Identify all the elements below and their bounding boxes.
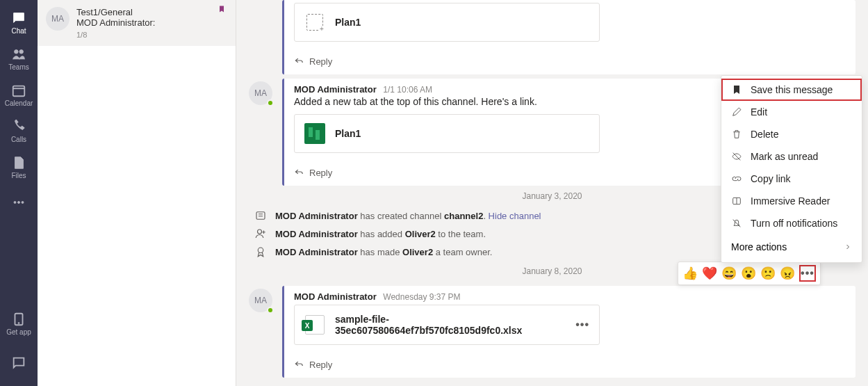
rail-chat[interactable]: Chat [0,4,38,40]
chevron-right-icon [844,243,852,251]
hide-channel-link[interactable]: Hide channel [489,211,541,221]
ellipsis-icon [11,195,26,210]
help-icon [11,355,26,371]
menu-unread[interactable]: Mark as unread [721,145,862,168]
reply-icon [294,359,304,371]
bookmark-icon [731,84,742,95]
rail-getapp[interactable]: Get app [0,305,38,341]
reaction-heart[interactable]: ❤️ [702,266,717,281]
reaction-angry[interactable]: 😠 [780,266,795,281]
menu-notifications-off[interactable]: Turn off notifications [721,212,862,234]
phone-icon [11,119,26,134]
link-icon [731,173,742,184]
person-add-icon [254,227,267,240]
presence-indicator [267,99,274,106]
reply-button[interactable]: Reply [284,50,855,74]
file-icon [11,155,26,170]
svg-point-5 [22,202,24,204]
rail-more[interactable] [0,185,38,221]
rail-help[interactable] [0,346,38,382]
svg-point-4 [18,202,20,204]
attachment-card[interactable]: Plan1 [294,3,600,42]
chat-item-meta: 1/8 [76,31,155,39]
svg-point-3 [14,202,16,204]
message-time: Wednesday 9:37 PM [383,292,460,302]
more-actions-button[interactable]: ••• [799,265,816,282]
reaction-surprised[interactable]: 😮 [741,266,756,281]
attachment-more-button[interactable]: ••• [575,319,589,331]
menu-notif-label: Turn off notifications [751,218,837,229]
edit-icon [731,106,742,118]
rail-chat-label: Chat [11,27,26,35]
reply-icon [294,56,304,67]
teams-icon [11,47,26,62]
rail-calendar-label: Calendar [5,99,33,107]
menu-save-message[interactable]: Save this message [721,79,862,101]
avatar: MA [46,7,69,31]
avatar: MA [249,81,272,105]
menu-unread-label: Mark as unread [751,151,818,162]
svg-point-9 [258,230,262,234]
attachment-card[interactable]: sample-file-35ec607580664ef7bf570fc8105d… [294,305,600,345]
trash-icon [731,129,742,140]
menu-copylink-label: Copy link [751,173,791,184]
reactions-bar: 👍 ❤️ 😄 😮 🙁 😠 ••• [678,262,821,285]
menu-delete[interactable]: Delete [721,123,862,145]
avatar: MA [249,289,272,312]
excel-icon [304,314,325,335]
ribbon-icon [254,246,267,258]
menu-reader[interactable]: Immersive Reader [721,190,862,212]
reply-label: Reply [309,56,332,67]
reaction-laugh[interactable]: 😄 [721,266,737,281]
rail-calls[interactable]: Calls [0,113,38,149]
menu-edit-label: Edit [751,106,767,118]
chat-icon [11,10,26,26]
calendar-icon [11,83,26,98]
reply-label: Reply [309,360,332,370]
menu-edit[interactable]: Edit [721,101,862,123]
reader-icon [731,195,742,207]
rail-files-label: Files [11,172,26,179]
message-time: 1/1 10:06 AM [383,85,432,95]
rail-getapp-label: Get app [6,328,31,336]
svg-point-7 [18,322,19,323]
reply-label: Reply [309,168,332,178]
chat-list-item[interactable]: MA Test1/General MOD Administrator: 1/8 [38,0,236,46]
message-author: MOD Administrator [294,291,377,302]
rail-calls-label: Calls [11,136,26,143]
rail-files[interactable]: Files [0,149,38,185]
attachment-title: Plan1 [335,17,589,28]
chat-list: MA Test1/General MOD Administrator: 1/8 [38,0,236,386]
attachment-card[interactable]: Plan1 [294,114,600,153]
attachment-title: sample-file-35ec607580664ef7bf570fc8105d… [335,314,566,336]
planner-icon [304,123,325,144]
conversation-pane: Plan1 Reply MA MOD Administrator 1/1 10:… [236,0,868,386]
rail-calendar[interactable]: Calendar [0,77,38,113]
menu-more-label: More actions [731,241,787,252]
reaction-sad[interactable]: 🙁 [760,266,776,281]
app-rail: Chat Teams Calendar Calls Files Get app [0,0,38,386]
eye-off-icon [731,151,742,162]
chat-item-snippet: MOD Administrator: [76,17,155,28]
menu-copylink[interactable]: Copy link [721,168,862,190]
svg-rect-2 [13,86,25,96]
reaction-like[interactable]: 👍 [682,266,698,281]
rail-teams[interactable]: Teams [0,40,38,77]
message-context-menu: Save this message Edit Delete Mark as un… [721,75,862,263]
menu-delete-label: Delete [751,129,778,140]
download-icon [11,312,26,327]
svg-point-10 [258,248,263,253]
svg-rect-8 [256,212,265,220]
menu-save-label: Save this message [751,84,833,95]
bookmark-icon [218,4,226,17]
presence-indicator [267,307,274,314]
menu-more-actions[interactable]: More actions [721,234,862,259]
message-author: MOD Administrator [294,84,377,95]
attachment-title: Plan1 [335,128,589,139]
reply-button[interactable]: Reply [284,353,855,378]
menu-reader-label: Immersive Reader [751,195,830,207]
svg-point-0 [15,49,18,54]
bell-off-icon [731,218,742,229]
chat-item-title: Test1/General [76,7,155,17]
svg-point-1 [19,49,23,54]
